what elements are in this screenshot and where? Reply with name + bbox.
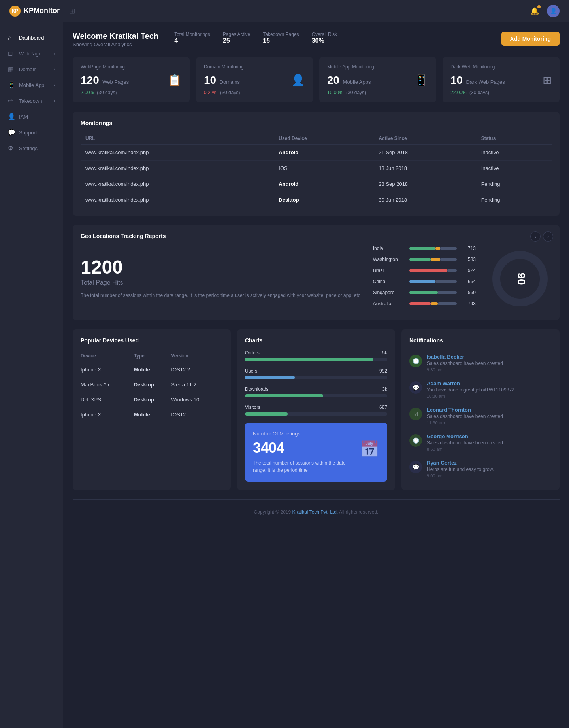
- stat-overall-risk: Overall Risk 30%: [312, 32, 337, 44]
- card-pct: 22.00% (30 days): [450, 90, 552, 95]
- notification-item: 💬 Ryan Cortez Herbs are fun and easy to …: [409, 456, 552, 482]
- cell-url: www.kratikal.com/index.php: [81, 192, 274, 208]
- geo-bar-label: China: [373, 279, 405, 284]
- stat-card-mobile: Mobile App Monitoring 20 Mobile Apps 📱 1…: [319, 57, 436, 102]
- notif-time: 9:00 am: [427, 473, 552, 478]
- notif-time: 8:50 am: [427, 447, 552, 452]
- stat-label: Total Monitorings: [174, 32, 210, 37]
- cell-device: IOS: [274, 161, 374, 176]
- cell-status: Pending: [477, 192, 552, 208]
- geo-prev-button[interactable]: ‹: [530, 231, 541, 242]
- notif-content: Adam Warren You have done a great job #T…: [427, 380, 552, 399]
- card-number: 20: [327, 74, 339, 86]
- geo-desc: The total number of sessions within the …: [81, 292, 360, 299]
- cell-status: Inactive: [477, 161, 552, 176]
- footer: Copyright © 2019 Kratikal Tech Pvt. Ltd.…: [73, 499, 560, 524]
- stat-card-domain: Domain Monitoring 10 Domains 👤 0.22% (30…: [196, 57, 313, 102]
- meetings-number: 3404: [253, 440, 360, 456]
- card-pct: 0.22% (30 days): [204, 90, 305, 95]
- cell-since: 30 Jun 2018: [374, 192, 476, 208]
- webpage-icon: ◻: [8, 50, 15, 57]
- notif-message: Sales dashboard have been created: [427, 414, 552, 419]
- avatar[interactable]: 👤: [547, 5, 560, 17]
- chart-row: Visitors 687: [245, 405, 387, 416]
- cell-type: Mobile: [134, 362, 171, 377]
- geo-bar-value: 560: [462, 290, 476, 295]
- cell-device: Android: [274, 176, 374, 192]
- iam-icon: 👤: [8, 113, 15, 120]
- col-url: URL: [81, 132, 274, 145]
- cell-since: 21 Sep 2018: [374, 145, 476, 161]
- sidebar-item-iam[interactable]: 👤 IAM: [0, 109, 63, 125]
- sidebar-item-settings[interactable]: ⚙ Settings: [0, 140, 63, 156]
- notifications-bell-icon[interactable]: 🔔: [530, 7, 539, 15]
- stat-cards: WebPage Monitoring 120 Web Pages 📋 2.00%…: [73, 57, 560, 102]
- chevron-right-icon: ›: [54, 51, 55, 56]
- chart-bar-track: [245, 376, 387, 379]
- chevron-right-icon: ›: [54, 67, 55, 72]
- notif-icon: 💬: [409, 461, 422, 473]
- cell-type: Mobile: [134, 407, 171, 422]
- notifications-card: Notifications 🕐 Isabella Becker Sales da…: [401, 329, 560, 490]
- sidebar-item-dashboard[interactable]: ⌂ Dashboard: [0, 30, 63, 45]
- card-number-block: 20 Mobile Apps: [327, 74, 371, 87]
- notif-message: Sales dashboard have been created: [427, 361, 552, 366]
- chart-label: Visitors: [245, 405, 260, 410]
- card-number-block: 10 Dark Web Pages: [450, 74, 505, 87]
- footer-company-link[interactable]: Kratikal Tech Pvt. Ltd.: [292, 509, 338, 515]
- card-icon: 📋: [168, 74, 182, 87]
- devices-title: Popular Devices Used: [81, 337, 223, 344]
- cell-url: www.kratikal.com/index.php: [81, 145, 274, 161]
- logo-icon: KP: [9, 6, 21, 17]
- cell-version: Sierra 11.2: [171, 377, 223, 392]
- chart-row-header: Visitors 687: [245, 405, 387, 410]
- chart-value: 3k: [382, 386, 387, 392]
- sidebar-label-webpage: WebPage: [19, 51, 41, 57]
- card-number-block: 10 Domains: [204, 74, 240, 87]
- geo-next-button[interactable]: ›: [543, 231, 553, 242]
- footer-suffix: All rights reserved.: [339, 509, 378, 515]
- sidebar-item-webpage[interactable]: ◻ WebPage ›: [0, 45, 63, 61]
- stat-value: 25: [223, 37, 230, 44]
- footer-copyright: Copyright © 2019: [254, 509, 291, 515]
- card-unit: Mobile Apps: [343, 79, 371, 85]
- cell-status: Pending: [477, 176, 552, 192]
- cell-device: Iphone X: [81, 362, 134, 377]
- notif-content: Isabella Becker Sales dashboard have bee…: [427, 354, 552, 372]
- cell-since: 13 Jun 2018: [374, 161, 476, 176]
- cell-device: Android: [274, 145, 374, 161]
- pct-days: (30 days): [469, 90, 489, 95]
- chart-value: 992: [379, 368, 387, 374]
- sidebar-item-takedown[interactable]: ↩ Takedown ›: [0, 93, 63, 109]
- geo-bar-row: Brazil 924: [373, 268, 476, 273]
- home-icon: ⌂: [8, 34, 15, 41]
- sidebar-label-takedown: Takedown: [19, 98, 42, 104]
- chart-row-header: Downloads 3k: [245, 386, 387, 392]
- notif-content: Ryan Cortez Herbs are fun and easy to gr…: [427, 460, 552, 478]
- cell-version: Windows 10: [171, 392, 223, 407]
- notif-message: You have done a great job #TW11109872: [427, 387, 552, 393]
- notif-message: Sales dashboard have been created: [427, 440, 552, 446]
- stat-value: 30%: [312, 37, 324, 44]
- geo-content: 1200 Total Page Hits The total number of…: [81, 246, 552, 312]
- sidebar-item-mobile-app[interactable]: 📱 Mobile App ›: [0, 77, 63, 93]
- table-row: www.kratikal.com/index.php Android 28 Se…: [81, 176, 552, 192]
- devices-table: Device Type Version Iphone X Mobile IOS1…: [81, 350, 223, 422]
- main-layout: ⌂ Dashboard ◻ WebPage › ▦ Domain › 📱 Mob…: [0, 0, 569, 728]
- chart-bar-track: [245, 412, 387, 416]
- card-main: 20 Mobile Apps 📱: [327, 74, 428, 87]
- geo-section: Geo Locations Tracking Reports ‹ › 1200 …: [73, 225, 560, 320]
- logo[interactable]: KP KPMonitor: [9, 6, 60, 17]
- chart-bar-fill: [245, 358, 373, 361]
- sidebar-item-domain[interactable]: ▦ Domain ›: [0, 61, 63, 77]
- meetings-title: Number Of Meetings: [253, 431, 379, 437]
- grid-icon[interactable]: ⊞: [69, 7, 75, 15]
- sidebar-item-support[interactable]: 💬 Support: [0, 125, 63, 140]
- cell-device: MacBook Air: [81, 377, 134, 392]
- table-row: Dell XPS Desktop Windows 10: [81, 392, 223, 407]
- meetings-desc: The total number of sessions within the …: [253, 459, 360, 474]
- card-number-block: 120 Web Pages: [81, 74, 129, 87]
- mobile-icon: 📱: [8, 81, 15, 89]
- chart-bar-fill: [245, 376, 295, 379]
- add-monitoring-button[interactable]: Add Monitoring: [501, 32, 560, 46]
